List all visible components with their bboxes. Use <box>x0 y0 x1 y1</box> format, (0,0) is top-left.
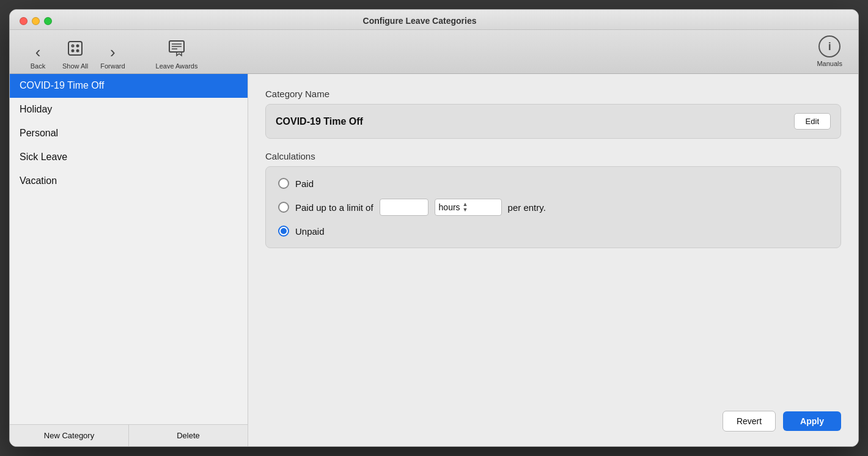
hours-label: hours <box>439 202 460 212</box>
sidebar-item-vacation[interactable]: Vacation <box>10 169 248 193</box>
leave-awards-label: Leave Awards <box>156 62 198 70</box>
sidebar-item-holiday[interactable]: Holiday <box>10 98 248 122</box>
unpaid-radio-row: Unpaid <box>278 226 828 237</box>
manuals-label: Manuals <box>817 60 842 67</box>
edit-button[interactable]: Edit <box>794 113 831 130</box>
svg-point-3 <box>72 50 75 53</box>
show-all-label: Show All <box>62 62 88 70</box>
manuals-button[interactable]: i Manuals <box>811 32 848 71</box>
category-name-value: COVID-19 Time Off <box>276 116 363 127</box>
sidebar: COVID-19 Time Off Holiday Personal Sick … <box>10 74 248 446</box>
category-name-box: COVID-19 Time Off Edit <box>265 104 841 139</box>
paid-radio[interactable] <box>278 178 289 189</box>
back-label: Back <box>31 62 45 70</box>
revert-button[interactable]: Revert <box>723 411 776 432</box>
radio-dot <box>281 228 287 234</box>
calculations-box: Paid Paid up to a limit of hours ▲ ▼ <box>265 166 841 248</box>
sidebar-item-personal[interactable]: Personal <box>10 122 248 145</box>
svg-point-4 <box>76 50 79 53</box>
category-name-section: Category Name COVID-19 Time Off Edit <box>265 89 841 139</box>
sidebar-item-covid[interactable]: COVID-19 Time Off <box>10 74 248 98</box>
paid-radio-row: Paid <box>278 178 828 189</box>
forward-icon: › <box>110 44 116 60</box>
panel-footer: Revert Apply <box>265 405 841 432</box>
back-icon: ‹ <box>35 44 41 60</box>
hours-stepper-icon: ▲ ▼ <box>463 202 468 213</box>
main-window: Configure Leave Categories ‹ Back Sho <box>9 9 859 447</box>
window-title: Configure Leave Categories <box>21 16 818 26</box>
sidebar-item-sick-leave[interactable]: Sick Leave <box>10 145 248 169</box>
svg-rect-0 <box>68 42 82 55</box>
leave-awards-icon <box>167 39 186 60</box>
paid-limit-radio[interactable] <box>278 202 289 213</box>
apply-button[interactable]: Apply <box>783 411 841 431</box>
main-panel: Category Name COVID-19 Time Off Edit Cal… <box>248 74 858 446</box>
toolbar: ‹ Back Show All › Forward <box>10 30 858 74</box>
per-entry-label: per entry. <box>508 202 546 213</box>
paid-label: Paid <box>295 178 314 189</box>
svg-point-5 <box>72 45 73 46</box>
sidebar-footer: New Category Delete <box>10 424 248 446</box>
unpaid-radio[interactable] <box>278 226 289 237</box>
new-category-button[interactable]: New Category <box>10 425 129 446</box>
paid-limit-label: Paid up to a limit of <box>295 202 373 213</box>
show-all-icon <box>66 39 84 60</box>
forward-label: Forward <box>100 62 125 70</box>
titlebar: Configure Leave Categories <box>10 10 858 30</box>
back-button[interactable]: ‹ Back <box>20 40 56 73</box>
delete-button[interactable]: Delete <box>129 425 248 446</box>
forward-button[interactable]: › Forward <box>94 40 131 73</box>
leave-awards-button[interactable]: Leave Awards <box>150 35 204 73</box>
manuals-icon: i <box>818 35 840 57</box>
hours-select[interactable]: hours ▲ ▼ <box>435 199 502 216</box>
show-all-button[interactable]: Show All <box>56 35 94 73</box>
limit-input[interactable] <box>380 199 428 216</box>
sidebar-list: COVID-19 Time Off Holiday Personal Sick … <box>10 74 248 424</box>
unpaid-label: Unpaid <box>295 226 325 237</box>
calculations-section: Calculations Paid Paid up to a limit of … <box>265 151 841 248</box>
svg-point-2 <box>76 45 79 48</box>
content-area: COVID-19 Time Off Holiday Personal Sick … <box>10 74 858 446</box>
paid-limit-radio-row: Paid up to a limit of hours ▲ ▼ per entr… <box>278 199 828 216</box>
calculations-section-label: Calculations <box>265 151 841 161</box>
category-name-section-label: Category Name <box>265 89 841 99</box>
